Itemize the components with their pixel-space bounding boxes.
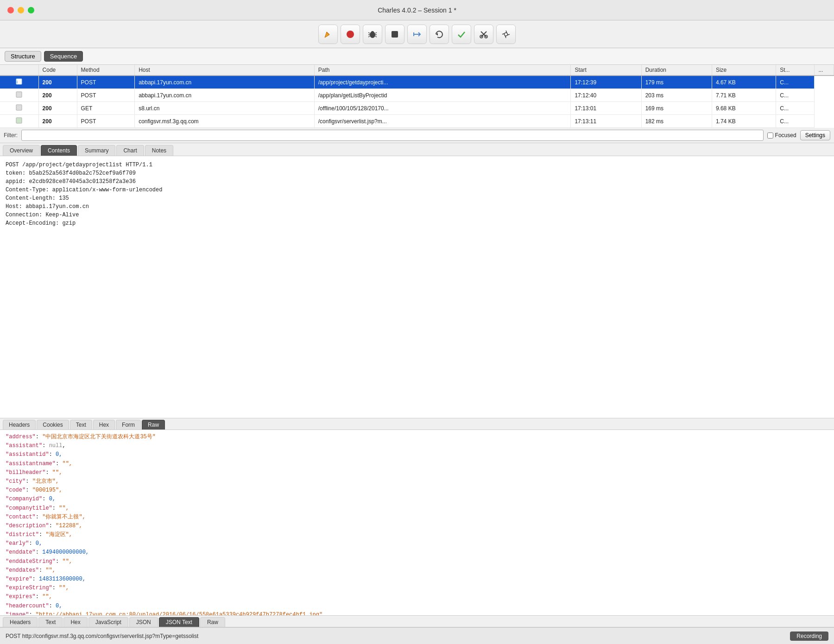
tab-notes[interactable]: Notes (145, 145, 173, 156)
structure-btn[interactable]: Structure (5, 51, 41, 62)
table-row[interactable]: 200GETs8.url.cn/offline/100/105/128/2017… (0, 102, 834, 115)
json-line: "contact": "你就算不上很", (6, 513, 828, 522)
table-cell: 4.67 KB (712, 76, 776, 89)
json-key: "enddateString" (6, 558, 56, 565)
col-header-path[interactable]: Path (314, 65, 571, 76)
col-header-host[interactable]: Host (135, 65, 315, 76)
bottom-tab-raw[interactable]: Raw (200, 617, 225, 627)
json-line: "early": 0, (6, 539, 828, 548)
tab-chart[interactable]: Chart (116, 145, 144, 156)
record-btn[interactable] (341, 25, 360, 44)
json-line: "headercount": 0, (6, 602, 828, 611)
bottom-tab-hex[interactable]: Hex (63, 617, 87, 627)
json-key: "description" (6, 523, 49, 529)
json-key: "code" (6, 487, 25, 493)
sub-tab-hex[interactable]: Hex (93, 420, 115, 429)
check-btn[interactable] (452, 25, 471, 44)
table-cell: 17:13:01 (571, 102, 641, 115)
table-cell: C... (776, 76, 815, 89)
json-line: "assistant": null, (6, 442, 828, 450)
minimize-button[interactable] (18, 7, 24, 13)
json-string-val: "", (59, 505, 69, 511)
svg-rect-22 (16, 105, 22, 110)
table-cell: 17:12:39 (571, 76, 641, 89)
bottom-tab-json[interactable]: JSON (129, 617, 158, 627)
table-cell: 9.68 KB (712, 102, 776, 115)
json-string-val: "", (42, 593, 52, 600)
json-key: "enddate" (6, 549, 36, 556)
tools-btn[interactable] (474, 25, 493, 44)
json-line: "city": "北京市", (6, 477, 828, 486)
table-cell: abbapi.17yun.com.cn (135, 89, 315, 102)
svg-text:i: i (17, 80, 18, 84)
table-cell: /configsvr/serverlist.jsp?m... (314, 115, 571, 128)
json-line: "companyid": 0, (6, 495, 828, 504)
pen-tool-btn[interactable] (318, 25, 338, 44)
focused-check[interactable] (767, 133, 773, 139)
row-icon-cell: i (0, 76, 38, 89)
json-line: "district": "海淀区", (6, 530, 828, 539)
table-header-row: Code Method Host Path Start Duration Siz… (0, 65, 834, 76)
bottom-tab-javascript[interactable]: JavaScript (88, 617, 128, 627)
bottom-tab-headers[interactable]: Headers (3, 617, 38, 627)
filter-input[interactable] (21, 130, 764, 141)
sub-tab-raw[interactable]: Raw (142, 420, 165, 429)
json-key: "headercount" (6, 603, 49, 609)
table-cell: 203 ms (641, 89, 712, 102)
sub-tab-cookies[interactable]: Cookies (37, 420, 69, 429)
svg-rect-23 (16, 118, 22, 123)
sub-tab-headers[interactable]: Headers (3, 420, 36, 429)
tab-contents[interactable]: Contents (41, 145, 77, 156)
sequence-btn[interactable]: Sequence (44, 51, 83, 62)
request-detail-line: token: b5ab252a563f4d0ba2c752cef9a6f709 (6, 169, 828, 177)
json-line: "expireString": "", (6, 584, 828, 593)
json-string-val: "中国北京市海淀区北下关街道农科大道35号" (42, 434, 156, 440)
json-key: "image" (6, 612, 29, 615)
col-header-size[interactable]: Size (712, 65, 776, 76)
table-cell: C... (776, 115, 815, 128)
bottom-tab-json-text[interactable]: JSON Text (159, 617, 199, 627)
bug-btn[interactable] (363, 25, 382, 44)
window-title: Charles 4.0.2 – Session 1 * (378, 6, 456, 14)
gear-btn[interactable] (496, 25, 516, 44)
bottom-tab-text[interactable]: Text (38, 617, 63, 627)
focused-label: Focused (775, 132, 796, 139)
request-table: Code Method Host Path Start Duration Siz… (0, 65, 834, 128)
table-cell: C... (776, 102, 815, 115)
table-row[interactable]: i200POSTabbapi.17yun.com.cn/app/project/… (0, 76, 834, 89)
sub-tab-form[interactable]: Form (116, 420, 141, 429)
request-detail-line: POST /app/project/getdayprojectlist HTTP… (6, 161, 828, 169)
json-string-val: "海淀区", (45, 531, 72, 538)
window-controls (7, 7, 34, 13)
svg-line-7 (375, 32, 377, 33)
json-key: "companytitle" (6, 505, 52, 511)
table-row[interactable]: 200POSTabbapi.17yun.com.cn/app/plan/getL… (0, 89, 834, 102)
tab-summary[interactable]: Summary (78, 145, 115, 156)
col-header-method[interactable]: Method (77, 65, 135, 76)
col-header-st[interactable]: St... (776, 65, 815, 76)
col-header-more[interactable]: ... (815, 65, 834, 76)
table-cell: 17:13:11 (571, 115, 641, 128)
json-key: "early" (6, 540, 29, 547)
json-string-val: "你就算不上很", (42, 514, 86, 520)
tab-overview[interactable]: Overview (3, 145, 40, 156)
refresh-btn[interactable] (430, 25, 449, 44)
maximize-button[interactable] (28, 7, 34, 13)
focused-checkbox[interactable]: Focused (767, 132, 796, 139)
col-header-start[interactable]: Start (571, 65, 641, 76)
table-cell: 182 ms (641, 115, 712, 128)
filter-settings-btn[interactable]: Settings (800, 130, 830, 140)
json-line: "billheader": "", (6, 468, 828, 477)
col-header-duration[interactable]: Duration (641, 65, 712, 76)
sub-tab-text[interactable]: Text (70, 420, 92, 429)
table-row[interactable]: 200POSTconfigsvr.msf.3g.qq.com/configsvr… (0, 115, 834, 128)
filter-btn[interactable] (407, 25, 427, 44)
stop-btn[interactable] (385, 25, 404, 44)
view-toggle: Structure Sequence (0, 48, 834, 65)
json-key: "expire" (6, 576, 32, 582)
json-key: "assistantname" (6, 461, 56, 467)
col-header-code-val[interactable]: Code (38, 65, 77, 76)
detail-tabs: OverviewContentsSummaryChartNotes (0, 143, 834, 156)
close-button[interactable] (7, 7, 14, 13)
json-line: "assistantname": "", (6, 460, 828, 468)
